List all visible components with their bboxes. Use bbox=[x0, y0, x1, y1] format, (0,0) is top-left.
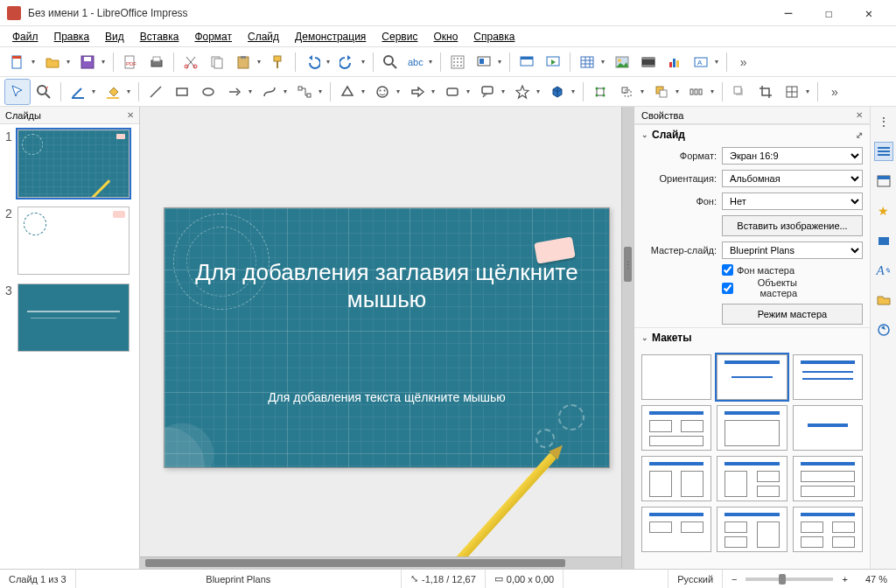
drawing-overflow[interactable]: » bbox=[822, 80, 847, 104]
insert-media-button[interactable] bbox=[636, 50, 661, 74]
curve-tool[interactable] bbox=[257, 80, 282, 104]
select-tool[interactable] bbox=[5, 80, 30, 104]
menu-slide[interactable]: Слайд bbox=[241, 29, 286, 45]
orientation-select[interactable]: Альбомная bbox=[722, 170, 863, 187]
arrange-dropdown[interactable]: ▾ bbox=[676, 88, 682, 95]
block-arrows-dropdown[interactable]: ▾ bbox=[431, 88, 438, 95]
zoom-slider[interactable] bbox=[746, 578, 833, 581]
sidebar-tab-slide-transition[interactable] bbox=[874, 172, 893, 191]
callout-tool[interactable] bbox=[475, 80, 500, 104]
insert-table-button[interactable] bbox=[575, 50, 599, 74]
master-select[interactable]: Blueprint Plans bbox=[722, 242, 863, 259]
menu-file[interactable]: Файл bbox=[5, 29, 46, 45]
section-slide[interactable]: ⌄ Слайд ⤢ bbox=[634, 124, 870, 144]
menu-insert[interactable]: Вставка bbox=[133, 29, 186, 45]
section-expand-icon[interactable]: ⤢ bbox=[856, 130, 863, 140]
canvas-viewport[interactable]: Для добавления заглавия щёлкните мышью Д… bbox=[140, 107, 634, 569]
filter-dropdown[interactable]: ▾ bbox=[806, 88, 813, 95]
minimize-button[interactable]: ─ bbox=[768, 0, 808, 26]
cut-button[interactable] bbox=[178, 50, 203, 74]
arrow-tool[interactable] bbox=[222, 80, 247, 104]
insert-image-button[interactable] bbox=[610, 50, 634, 74]
arrow-dropdown[interactable]: ▾ bbox=[248, 88, 256, 95]
line-tool[interactable] bbox=[144, 80, 168, 104]
3d-objects-tool[interactable] bbox=[545, 80, 570, 104]
maximize-button[interactable]: ☐ bbox=[808, 0, 849, 26]
insert-textbox-button[interactable]: A bbox=[689, 50, 713, 74]
3d-objects-dropdown[interactable]: ▾ bbox=[571, 88, 578, 95]
spellcheck-button[interactable]: abc bbox=[404, 50, 427, 74]
connector-dropdown[interactable]: ▾ bbox=[318, 88, 326, 95]
layout-title-2content[interactable] bbox=[793, 354, 863, 400]
paste-button[interactable] bbox=[231, 50, 256, 74]
spellcheck-dropdown[interactable]: ▾ bbox=[429, 58, 436, 66]
basic-shapes-dropdown[interactable]: ▾ bbox=[361, 88, 368, 95]
undo-dropdown[interactable]: ▾ bbox=[326, 58, 333, 66]
layout-blank[interactable] bbox=[641, 354, 711, 400]
start-current-slideshow-button[interactable] bbox=[541, 50, 565, 74]
master-mode-button[interactable]: Режим мастера bbox=[722, 304, 863, 325]
symbol-shapes-dropdown[interactable]: ▾ bbox=[396, 88, 403, 95]
slide-thumb-2[interactable]: 2 bbox=[5, 206, 134, 275]
align-dropdown[interactable]: ▾ bbox=[640, 88, 648, 95]
menu-tools[interactable]: Сервис bbox=[374, 29, 424, 45]
layout-4[interactable] bbox=[641, 405, 711, 451]
callout-dropdown[interactable]: ▾ bbox=[501, 88, 508, 95]
flowchart-tool[interactable] bbox=[440, 80, 465, 104]
menu-format[interactable]: Формат bbox=[187, 29, 239, 45]
horizontal-scrollbar[interactable] bbox=[140, 556, 621, 569]
layout-title-content[interactable] bbox=[717, 354, 787, 400]
menu-slideshow[interactable]: Демонстрация bbox=[288, 29, 373, 45]
arrange-tool[interactable] bbox=[649, 80, 674, 104]
crop-tool[interactable] bbox=[753, 80, 778, 104]
distribute-tool[interactable] bbox=[684, 80, 709, 104]
zoom-in-icon[interactable]: + bbox=[842, 574, 847, 584]
ellipse-tool[interactable] bbox=[196, 80, 220, 104]
export-pdf-button[interactable]: PDF bbox=[118, 50, 143, 74]
save-dropdown[interactable]: ▾ bbox=[102, 58, 108, 66]
stars-dropdown[interactable]: ▾ bbox=[536, 88, 543, 95]
layout-9[interactable] bbox=[793, 456, 863, 501]
undo-button[interactable] bbox=[300, 50, 325, 74]
background-select[interactable]: Нет bbox=[722, 192, 863, 210]
line-color-tool[interactable] bbox=[66, 80, 90, 104]
slide-thumb-1[interactable]: 1 bbox=[5, 130, 134, 198]
zoom-pan-tool[interactable] bbox=[32, 80, 56, 104]
connector-tool[interactable] bbox=[292, 80, 317, 104]
menu-help[interactable]: Справка bbox=[466, 29, 522, 45]
align-tool[interactable] bbox=[614, 80, 639, 104]
display-views-dropdown[interactable]: ▾ bbox=[498, 58, 505, 66]
stars-tool[interactable] bbox=[510, 80, 535, 104]
sidebar-tab-gallery[interactable] bbox=[874, 290, 893, 310]
status-language[interactable]: Русский bbox=[668, 570, 723, 588]
slides-panel-close-icon[interactable]: ✕ bbox=[127, 110, 134, 120]
symbol-shapes-tool[interactable] bbox=[370, 80, 395, 104]
zoom-out-icon[interactable]: − bbox=[732, 574, 737, 584]
insert-chart-button[interactable] bbox=[662, 50, 687, 74]
text-placeholder[interactable]: Для добавления текста щёлкните мышью bbox=[164, 390, 609, 404]
vertical-scrollbar[interactable]: ⋮ bbox=[621, 107, 634, 569]
layout-10[interactable] bbox=[641, 507, 711, 552]
master-obj-checkbox[interactable]: Объекты мастера bbox=[722, 277, 797, 298]
title-placeholder[interactable]: Для добавления заглавия щёлкните мышью bbox=[164, 259, 609, 313]
zoom-controls[interactable]: − + bbox=[723, 570, 857, 588]
display-views-button[interactable] bbox=[472, 50, 496, 74]
properties-close-icon[interactable]: ✕ bbox=[856, 110, 863, 120]
sidebar-tab-settings[interactable]: ⋮ bbox=[874, 112, 893, 131]
line-color-dropdown[interactable]: ▾ bbox=[92, 88, 99, 95]
toolbar-overflow[interactable]: » bbox=[732, 50, 756, 74]
section-layouts[interactable]: ⌄ Макеты bbox=[634, 327, 870, 347]
fill-color-tool[interactable] bbox=[101, 80, 125, 104]
layout-8[interactable] bbox=[717, 456, 787, 501]
layout-12[interactable] bbox=[793, 507, 863, 552]
insert-table-dropdown[interactable]: ▾ bbox=[601, 58, 608, 66]
rotate-tool[interactable] bbox=[588, 80, 612, 104]
sidebar-tab-styles[interactable]: A✎ bbox=[874, 261, 893, 280]
filter-tool[interactable] bbox=[780, 80, 804, 104]
insert-image-button[interactable]: Вставить изображение... bbox=[722, 215, 863, 236]
start-slideshow-button[interactable] bbox=[514, 50, 539, 74]
flowchart-dropdown[interactable]: ▾ bbox=[466, 88, 473, 95]
sidebar-tab-navigator[interactable] bbox=[874, 320, 893, 340]
redo-button[interactable] bbox=[335, 50, 360, 74]
clone-format-button[interactable] bbox=[266, 50, 290, 74]
